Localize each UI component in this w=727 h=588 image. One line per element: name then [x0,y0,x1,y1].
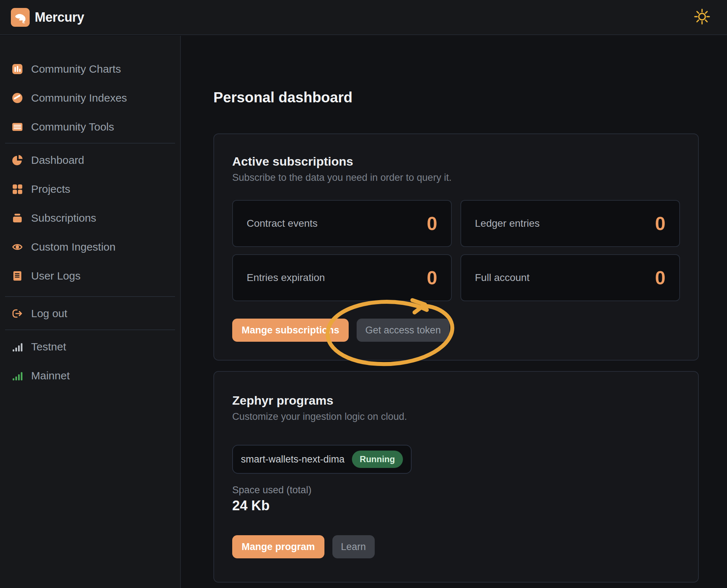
learn-button[interactable]: Learn [332,535,375,558]
app-header: Mercury [0,0,727,35]
mercury-app: Mercury [0,0,727,588]
stat-label: Entries expiration [247,272,325,284]
space-used-label: Space used (total) [232,485,680,496]
subscriptions-actions: Mange subscriptions Get access token [232,319,680,342]
status-badge: Running [352,451,403,468]
sidebar-item-label: Testnet [31,341,66,353]
sidebar-item-label: Mainnet [31,370,70,382]
grid-icon [12,184,23,195]
get-access-token-button[interactable]: Get access token [357,319,450,342]
sidebar-item-label: Community Indexes [31,92,127,104]
mercury-wing-logo-icon [11,8,30,27]
bar-chart-icon [12,64,23,74]
pie-chart-icon [12,155,23,166]
sun-icon [694,21,710,26]
signal-bars-icon [12,370,23,381]
stat-label: Ledger entries [475,218,540,229]
sidebar-item-log-out[interactable]: Log out [0,299,180,328]
sidebar-item-custom-ingestion[interactable]: Custom Ingestion [0,233,180,261]
sidebar-item-label: Community Charts [31,63,121,75]
sidebar-item-label: Dashboard [31,154,84,166]
space-used-value: 24 Kb [232,498,680,514]
stat-value: 0 [655,213,666,234]
manage-subscriptions-button[interactable]: Mange subscriptions [232,319,349,342]
subscription-tiles: Contract events 0 Ledger entries 0 Entri… [232,200,680,301]
sidebar: Community Charts Community Indexes C [0,36,181,588]
program-name: smart-wallets-next-dima [241,454,345,465]
main-content: Personal dashboard Active subscriptions … [182,36,727,588]
sidebar-item-label: Subscriptions [31,212,96,224]
sidebar-divider [5,329,175,330]
sidebar-divider [5,296,175,297]
zephyr-programs-card: Zephyr programs Customize your ingestion… [213,371,699,583]
stat-value: 0 [427,267,437,289]
sidebar-item-label: User Logs [31,270,81,282]
stat-value: 0 [655,267,666,289]
brand-name: Mercury [35,10,84,25]
signal-bars-icon [12,341,23,352]
sidebar-item-dashboard[interactable]: Dashboard [0,146,180,175]
stat-tile-ledger-entries: Ledger entries 0 [460,200,680,247]
sidebar-item-community-tools[interactable]: Community Tools [0,112,180,141]
page-title: Personal dashboard [213,89,353,106]
logout-icon [12,308,23,319]
zephyr-actions: Mange program Learn [232,535,680,558]
card-subtitle: Subscribe to the data you need in order … [232,172,680,183]
stat-tile-entries-expiration: Entries expiration 0 [232,254,452,301]
program-item[interactable]: smart-wallets-next-dima Running [232,445,412,474]
stat-value: 0 [427,213,437,234]
card-title: Zephyr programs [232,393,680,408]
card-title: Active subscriptions [232,154,680,169]
sidebar-item-subscriptions[interactable]: Subscriptions [0,204,180,233]
sidebar-item-testnet[interactable]: Testnet [0,332,180,361]
eye-icon [12,242,23,252]
stat-tile-full-account: Full account 0 [460,254,680,301]
sidebar-item-label: Custom Ingestion [31,241,115,253]
stat-label: Full account [475,272,530,284]
stat-label: Contract events [247,218,318,229]
sidebar-item-projects[interactable]: Projects [0,175,180,204]
brand[interactable]: Mercury [11,8,84,27]
theme-toggle-button[interactable] [692,7,712,27]
log-lines-icon [12,270,23,281]
box-icon [12,213,23,223]
manage-program-button[interactable]: Mange program [232,535,324,558]
sidebar-item-label: Community Tools [31,121,114,133]
sidebar-item-mainnet[interactable]: Mainnet [0,361,180,390]
card-subtitle: Customize your ingestion logic on cloud. [232,411,680,422]
sidebar-item-community-charts[interactable]: Community Charts [0,55,180,84]
gauge-icon [12,93,23,103]
sidebar-item-community-indexes[interactable]: Community Indexes [0,84,180,112]
sidebar-item-label: Projects [31,183,70,195]
stat-tile-contract-events: Contract events 0 [232,200,452,247]
sidebar-divider [5,143,175,144]
sidebar-item-label: Log out [31,307,67,320]
active-subscriptions-card: Active subscriptions Subscribe to the da… [213,133,699,361]
rows-icon [12,122,23,132]
sidebar-item-user-logs[interactable]: User Logs [0,261,180,290]
